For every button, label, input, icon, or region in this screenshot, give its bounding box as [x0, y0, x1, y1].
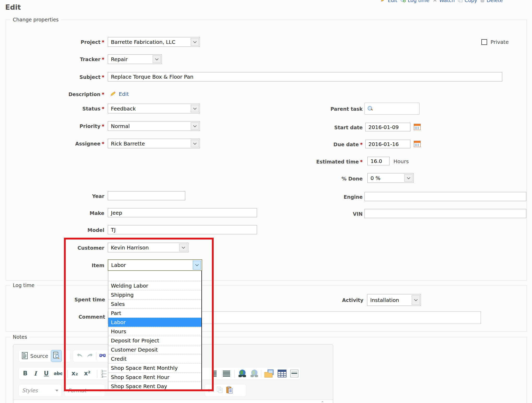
- subscript-button[interactable]: x₂: [71, 370, 78, 377]
- description-edit-link[interactable]: Edit: [119, 91, 129, 97]
- bold-button[interactable]: B: [23, 370, 28, 377]
- indent-block-icon[interactable]: [212, 370, 219, 378]
- project-label: Project*: [16, 39, 104, 45]
- dropdown-option[interactable]: Customer Deposit: [108, 345, 201, 354]
- copy-icon[interactable]: [217, 386, 223, 395]
- chevron-down-icon[interactable]: [193, 261, 201, 270]
- chevron-down-icon[interactable]: [412, 295, 420, 305]
- document-search-icon: [53, 352, 59, 360]
- superscript-button[interactable]: x²: [84, 370, 91, 377]
- redo-icon[interactable]: [86, 353, 93, 359]
- subject-input[interactable]: Replace Torque Box & Floor Pan: [108, 72, 502, 81]
- format-dropdown[interactable]: Format: [64, 384, 105, 397]
- engine-input[interactable]: [364, 192, 526, 201]
- estimated-time-input[interactable]: 16.0: [367, 157, 390, 165]
- dropdown-option[interactable]: Welding Labor: [108, 281, 201, 290]
- engine-label: Engine: [271, 194, 363, 200]
- underline-button[interactable]: U: [44, 370, 49, 377]
- estimated-time-label: Estimated time*: [271, 159, 363, 165]
- clipboard-group: ✂: [205, 384, 246, 397]
- year-input[interactable]: [108, 191, 185, 200]
- private-label: Private: [491, 39, 509, 45]
- unlink-icon[interactable]: [249, 369, 259, 379]
- copy-icon: [457, 0, 463, 4]
- chevron-down-icon[interactable]: [191, 38, 199, 46]
- dropdown-option[interactable]: [108, 271, 201, 281]
- table-icon[interactable]: [278, 370, 286, 378]
- chevron-down-icon[interactable]: [153, 55, 161, 63]
- dropdown-option[interactable]: Shop Space Rent Monthly: [108, 363, 201, 372]
- log-time-icon: [400, 0, 406, 4]
- customer-label: Customer: [16, 245, 104, 251]
- dropdown-option[interactable]: Sales: [108, 299, 201, 308]
- italic-button[interactable]: I: [34, 370, 37, 377]
- dropdown-option[interactable]: Part: [108, 308, 201, 318]
- dropdown-option[interactable]: Credit: [108, 354, 201, 363]
- priority-select[interactable]: Normal: [108, 121, 200, 131]
- cut-icon[interactable]: ✂: [208, 386, 214, 395]
- status-select[interactable]: Feedback: [108, 104, 200, 113]
- percent-done-label: % Done: [271, 176, 363, 182]
- calendar-icon[interactable]: [414, 141, 421, 147]
- context-delete-link[interactable]: Delete: [487, 0, 503, 3]
- estimated-time-unit: Hours: [393, 158, 409, 165]
- private-checkbox[interactable]: [481, 39, 487, 45]
- strikethrough-button[interactable]: abc: [54, 371, 63, 376]
- calendar-icon[interactable]: [414, 124, 421, 130]
- tracker-select[interactable]: Repair: [108, 54, 162, 64]
- make-input[interactable]: Jeep: [108, 208, 257, 217]
- parent-task-input[interactable]: [364, 103, 420, 115]
- assignee-label: Assignee*: [16, 141, 104, 147]
- chevron-down-icon[interactable]: [191, 105, 199, 112]
- dropdown-option[interactable]: Shop Space Rent Hour: [108, 372, 201, 382]
- comment-label: Comment: [16, 314, 105, 320]
- paste-icon[interactable]: [226, 386, 233, 395]
- context-watch-link[interactable]: Watch: [439, 0, 455, 3]
- dropdown-option[interactable]: Shop Space Rent Day: [108, 382, 201, 391]
- start-date-input[interactable]: 2016-01-09: [365, 123, 410, 131]
- status-label: Status*: [16, 106, 104, 112]
- image-icon[interactable]: [264, 369, 274, 379]
- dropdown-option[interactable]: Deposit for Project: [108, 336, 201, 345]
- chevron-down-icon[interactable]: [404, 174, 413, 182]
- issue-edit-page: { "page_title": "Edit", "toolbar_links":…: [0, 0, 532, 403]
- trash-icon: [480, 0, 485, 4]
- source-icon: [22, 352, 28, 360]
- preview-button[interactable]: [51, 350, 62, 362]
- percent-done-select[interactable]: 0 %: [367, 173, 414, 183]
- project-select[interactable]: Barrette Fabrication, LLC: [108, 37, 200, 47]
- chevron-down-icon[interactable]: [179, 244, 187, 251]
- horizontal-rule-icon[interactable]: [290, 370, 298, 378]
- item-select[interactable]: Labor: [108, 259, 202, 271]
- context-log-time-link[interactable]: Log time: [408, 0, 429, 3]
- model-input[interactable]: TJ: [108, 225, 257, 234]
- item-label: Item: [16, 262, 104, 268]
- start-date-label: Start date: [271, 125, 363, 130]
- vin-input[interactable]: [364, 209, 526, 218]
- numbered-list-icon[interactable]: 1──2──3──: [101, 370, 106, 378]
- context-copy-link[interactable]: Copy: [465, 0, 477, 3]
- change-properties-legend: Change properties: [10, 17, 61, 22]
- find-icon[interactable]: [99, 352, 107, 360]
- source-button[interactable]: Source: [30, 353, 48, 359]
- assignee-select[interactable]: Rick Barrette: [108, 139, 200, 148]
- link-icon[interactable]: [237, 369, 247, 379]
- undo-icon[interactable]: [76, 353, 83, 359]
- chevron-down-icon[interactable]: [191, 122, 199, 130]
- log-time-fieldset: [6, 285, 527, 332]
- model-label: Model: [16, 227, 104, 233]
- editor-content-area[interactable]: [14, 399, 333, 403]
- dropdown-option[interactable]: Shipping: [108, 290, 201, 299]
- customer-select[interactable]: Kevin Harrison: [108, 243, 188, 252]
- collapse-chevron-icon[interactable]: ⌃: [321, 400, 324, 403]
- activity-select[interactable]: Installation: [367, 294, 421, 306]
- context-edit-link[interactable]: Edit: [388, 0, 397, 3]
- dropdown-option-selected[interactable]: Labor: [108, 318, 201, 327]
- dropdown-option[interactable]: Hours: [108, 327, 201, 336]
- styles-dropdown[interactable]: Styles: [19, 384, 62, 397]
- chevron-down-icon[interactable]: [191, 140, 199, 147]
- context-toolbar: Edit Log time Watch Copy Delete: [380, 0, 506, 4]
- block-justify-icon[interactable]: [223, 370, 231, 378]
- due-date-input[interactable]: 2016-01-16: [365, 140, 410, 148]
- description-label: Description*: [16, 91, 104, 97]
